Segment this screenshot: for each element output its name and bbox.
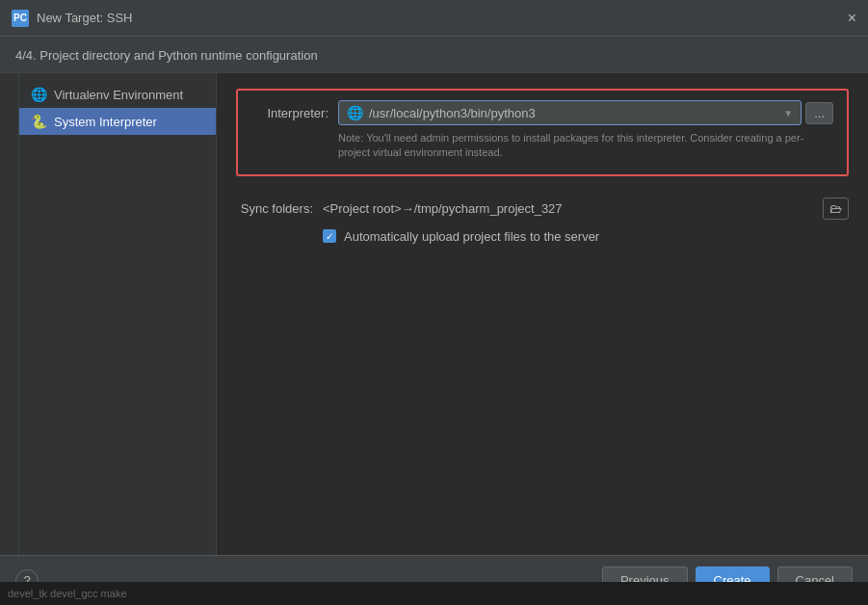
sidebar-item-system-interpreter[interactable]: 🐍 System Interpreter	[19, 108, 216, 135]
bottom-status-strip: devel_tk devel_gcc make	[0, 582, 868, 605]
sync-folders-label: Sync folders:	[236, 201, 313, 216]
sync-folders-row: Sync folders: <Project root>→/tmp/pychar…	[236, 197, 849, 220]
folder-icon: 🗁	[829, 201, 842, 216]
interpreter-row: Interpreter: 🌐 /usr/local/python3/bin/py…	[251, 100, 833, 125]
auto-upload-row: ✓ Automatically upload project files to …	[323, 229, 849, 244]
title-bar-left: PC New Target: SSH	[12, 10, 132, 27]
auto-upload-checkbox[interactable]: ✓	[323, 229, 336, 243]
system-interpreter-icon: 🐍	[31, 114, 46, 129]
interpreter-path: /usr/local/python3/bin/python3	[369, 106, 536, 120]
python-globe-icon: 🌐	[347, 105, 363, 120]
interpreter-label: Interpreter:	[251, 106, 329, 120]
main-panel: Interpreter: 🌐 /usr/local/python3/bin/py…	[217, 73, 868, 555]
dropdown-arrow-icon: ▼	[783, 108, 793, 118]
dialog-body: 4/4. Project directory and Python runtim…	[0, 37, 868, 605]
interpreter-section: Interpreter: 🌐 /usr/local/python3/bin/py…	[236, 89, 849, 176]
pc-logo: PC	[12, 10, 29, 27]
title-bar: PC New Target: SSH ×	[0, 0, 868, 37]
bottom-strip-text: devel_tk devel_gcc make	[8, 588, 127, 599]
sync-folders-value: <Project root>→/tmp/pycharm_project_327	[323, 201, 813, 216]
sidebar-item-virtualenv[interactable]: 🌐 Virtualenv Environment	[19, 81, 216, 108]
dialog-title: New Target: SSH	[37, 11, 132, 25]
browse-folder-button[interactable]: 🗁	[823, 197, 849, 220]
step-number: 4/4.	[15, 48, 37, 63]
close-button[interactable]: ×	[848, 11, 856, 26]
step-header: 4/4. Project directory and Python runtim…	[0, 37, 868, 73]
sidebar-item-label-system: System Interpreter	[54, 115, 157, 129]
interpreter-dropdown-inner: 🌐 /usr/local/python3/bin/python3	[347, 105, 536, 120]
interpreter-dropdown-wrapper: 🌐 /usr/local/python3/bin/python3 ▼ ...	[338, 100, 833, 125]
auto-upload-label: Automatically upload project files to th…	[344, 229, 599, 244]
interpreter-note: Note: You'll need admin permissions to i…	[338, 131, 833, 161]
content-area: 🌐 Virtualenv Environment 🐍 System Interp…	[0, 73, 868, 555]
app-icon: PC	[12, 10, 29, 27]
interpreter-dropdown[interactable]: 🌐 /usr/local/python3/bin/python3 ▼	[338, 100, 802, 125]
step-link[interactable]: Project directory and Python runtime con…	[37, 48, 318, 63]
virtualenv-icon: 🌐	[31, 87, 46, 102]
sidebar-item-label-virtualenv: Virtualenv Environment	[54, 88, 183, 102]
left-strip	[0, 73, 19, 555]
sidebar: 🌐 Virtualenv Environment 🐍 System Interp…	[19, 73, 217, 555]
more-button[interactable]: ...	[805, 102, 833, 124]
